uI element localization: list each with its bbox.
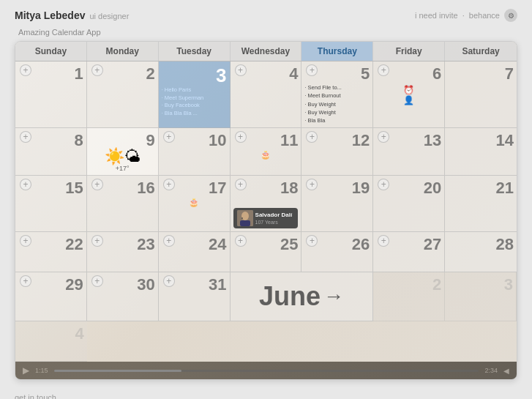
author-role: ui designer — [89, 12, 129, 20]
cal-cell-27[interactable]: + 27 — [373, 232, 445, 272]
cal-cell-12[interactable]: + 12 — [301, 128, 373, 176]
month-name: June — [259, 281, 321, 312]
add-event-25[interactable]: + — [235, 235, 247, 247]
cal-cell-1[interactable]: + 1 — [15, 61, 87, 128]
add-event-23[interactable]: + — [91, 235, 103, 247]
add-event-11[interactable]: + — [235, 131, 247, 143]
dali-photo — [237, 210, 253, 226]
gear-icon[interactable]: ⚙ — [504, 9, 517, 22]
cal-cell-23[interactable]: + 23 — [87, 232, 159, 272]
cal-cell-9[interactable]: 9 ☀️🌤 +17° — [87, 128, 159, 176]
cal-cell-13[interactable]: + 13 — [373, 128, 445, 176]
header-friday: Friday — [373, 42, 445, 61]
add-event-31[interactable]: + — [163, 275, 175, 287]
calendar-row-5: + 29 + 30 + 31 June→ 2 — [15, 272, 517, 362]
dali-text: Salvador Dalí 107 Years — [255, 212, 293, 225]
add-event-17[interactable]: + — [163, 179, 175, 190]
progress-fill — [54, 370, 181, 372]
header-tuesday: Tuesday — [159, 42, 231, 61]
event-item: · Hello Paris — [162, 86, 227, 94]
event-item: · Buy Weight — [304, 108, 370, 116]
behance-link[interactable]: behance — [469, 11, 500, 20]
cal-cell-6[interactable]: + 6 ⏰ 👤 — [373, 61, 445, 128]
dali-event[interactable]: Salvador Dalí 107 Years — [233, 208, 299, 228]
add-event-10[interactable]: + — [163, 131, 175, 143]
event-item: · Send File to... — [304, 83, 370, 92]
cal-cell-next-4[interactable]: 4 — [15, 321, 87, 362]
cal-cell-29[interactable]: + 29 — [15, 272, 87, 321]
date-number-21: 21 — [448, 180, 514, 196]
footer: get in touch — [0, 380, 532, 399]
date-number-9: 9 — [90, 133, 155, 149]
weather-display: ☀️🌤 +17° — [90, 149, 155, 172]
get-in-touch-link[interactable]: get in touch — [15, 393, 56, 399]
cal-cell-11[interactable]: + 11 🎂 — [231, 128, 302, 176]
header-actions: i need invite · behance ⚙ — [415, 9, 517, 22]
june-nav-cell[interactable]: June→ — [231, 272, 374, 321]
cal-cell-4[interactable]: + 4 — [231, 61, 302, 128]
cal-cell-8[interactable]: + 8 — [15, 128, 87, 176]
birthday-icon: 🎂 — [233, 150, 299, 160]
svg-point-1 — [241, 212, 249, 220]
cal-cell-5[interactable]: + 5 · Send File to... · Meet Burnout · B… — [301, 61, 373, 128]
add-event-1[interactable]: + — [20, 64, 31, 76]
cal-cell-10[interactable]: + 10 — [159, 128, 231, 176]
date-number-3: 3 — [162, 66, 227, 85]
calendar-row-1: + 1 + 2 3 · Hello Paris · Meet Superman … — [15, 61, 517, 128]
date-number-next-3: 3 — [448, 277, 513, 293]
cal-cell-18[interactable]: + 18 Salvador Dalí — [231, 176, 302, 232]
add-event-24[interactable]: + — [163, 235, 175, 247]
header-monday: Monday — [87, 42, 159, 61]
add-event-4[interactable]: + — [235, 64, 247, 76]
invite-link[interactable]: i need invite — [415, 11, 458, 20]
event-item: · Meet Burnout — [304, 92, 370, 100]
event-item: · Buy Facebook — [162, 102, 227, 110]
cal-cell-16[interactable]: + 16 — [87, 176, 159, 232]
event-item: · Bla Bla — [304, 116, 370, 124]
add-event-2[interactable]: + — [91, 64, 103, 76]
cal-cell-next-3[interactable]: 3 — [445, 272, 517, 321]
add-event-18[interactable]: + — [235, 179, 247, 190]
birthday2-icon: 🎂 — [162, 198, 227, 207]
cal-cell-17[interactable]: + 17 🎂 — [159, 176, 231, 232]
svg-rect-2 — [240, 220, 250, 226]
cal-cell-31[interactable]: + 31 — [159, 272, 231, 321]
calendar: Sunday Monday Tuesday Wednesday Thursday… — [15, 42, 517, 362]
cal-cell-21[interactable]: 21 — [445, 176, 517, 232]
calendar-row-2: + 8 9 ☀️🌤 +17° + 10 + 11 — [15, 128, 517, 176]
person-icon: 👤 — [376, 95, 441, 105]
event-item: · Buy Weight — [304, 100, 370, 108]
today-events: · Hello Paris · Meet Superman · Buy Face… — [162, 86, 227, 117]
author-name: Mitya Lebedev — [15, 10, 85, 21]
month-arrow: → — [323, 285, 344, 308]
separator: · — [462, 11, 465, 20]
cal-cell-19[interactable]: + 19 — [301, 176, 373, 232]
cal-cell-28[interactable]: 28 — [445, 232, 517, 272]
clock-icon: ⏰ — [376, 85, 441, 95]
date-number-28: 28 — [448, 236, 514, 253]
main-content: Amazing Calendar App Sunday Monday Tuesd… — [0, 28, 532, 380]
cal-cell-14[interactable]: 14 — [445, 128, 517, 176]
cal-cell-30[interactable]: + 30 — [87, 272, 159, 321]
event-item: · Meet Superman — [162, 94, 227, 102]
add-event-16[interactable]: + — [91, 179, 103, 190]
cal-cell-next-2[interactable]: 2 — [373, 272, 445, 321]
date-number-next-2: 2 — [376, 277, 441, 293]
date-number-14: 14 — [448, 133, 514, 149]
month-navigation[interactable]: June→ — [259, 275, 344, 318]
cal-cell-20[interactable]: + 20 — [373, 176, 445, 232]
date-number-7: 7 — [448, 66, 514, 82]
cal-cell-3[interactable]: 3 · Hello Paris · Meet Superman · Buy Fa… — [159, 61, 231, 128]
cal-cell-2[interactable]: + 2 — [87, 61, 159, 128]
cal-cell-25[interactable]: + 25 — [231, 232, 302, 272]
cal-cell-24[interactable]: + 24 — [159, 232, 231, 272]
weather-temp: +17° — [90, 165, 155, 172]
cal-cell-26[interactable]: + 26 — [301, 232, 373, 272]
cal-cell-7[interactable]: 7 — [445, 61, 517, 128]
progress-bar[interactable] — [54, 370, 479, 372]
add-event-30[interactable]: + — [91, 275, 103, 287]
header: Mitya Lebedev ui designer i need invite … — [0, 0, 532, 28]
thursday-events: · Send File to... · Meet Burnout · Buy W… — [304, 83, 370, 124]
cal-cell-15[interactable]: + 15 — [15, 176, 87, 232]
cal-cell-22[interactable]: + 22 — [15, 232, 87, 272]
